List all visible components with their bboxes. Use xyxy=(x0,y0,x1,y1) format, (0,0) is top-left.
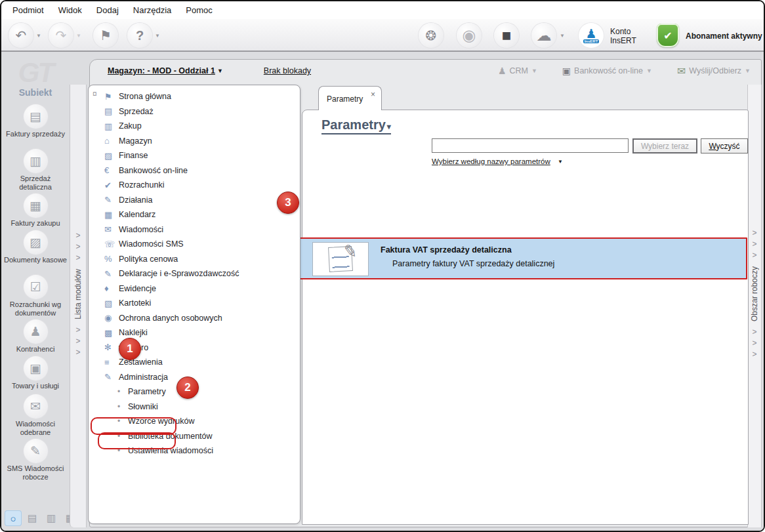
page-title[interactable]: Parametry▾ xyxy=(321,117,391,134)
help-dropdown-icon[interactable]: ▼ xyxy=(155,33,160,39)
settlements-icon: ✔ xyxy=(104,180,119,190)
app-sidebar: GT Subiekt ▤ Faktury sprzedaży ▥ Sprzeda… xyxy=(1,53,70,531)
person-icon: ♟ xyxy=(24,319,48,344)
konto-insert-label: Konto InsERT xyxy=(610,27,636,45)
konto-insert-button[interactable]: ♟ InsERT xyxy=(579,23,604,48)
modules-tree: ⚑Strona główna ▤Sprzedaż ▥Zakup ⌂Magazyn… xyxy=(89,89,300,459)
application-window: Podmiot Widok Dodaj Narzędzia Pomoc ↶ ▼ … xyxy=(0,0,765,532)
tree-item-strona-glowna[interactable]: ⚑Strona główna xyxy=(89,89,300,104)
modules-strip[interactable]: > > > Lista modułów > > > xyxy=(70,85,87,527)
magazyn-dropdown-icon[interactable]: ▼ xyxy=(217,68,223,74)
sms-icon: ☏ xyxy=(104,239,119,249)
flag-button[interactable]: ⚑ xyxy=(93,23,118,48)
tree-item-deklaracje[interactable]: ✎Deklaracje i e-Sprawozdawczość xyxy=(89,266,300,281)
view-basket-button[interactable]: ▥ xyxy=(43,511,59,525)
tree-item-finanse[interactable]: ▨Finanse xyxy=(89,148,300,163)
tree-item-wiadomosci-sms[interactable]: ☏Wiadomości SMS xyxy=(89,237,300,252)
workspace-strip[interactable]: > > > Obszar roboczy > > > xyxy=(747,85,762,527)
cloud-dropdown-icon[interactable]: ▼ xyxy=(560,33,565,39)
menu-dodaj[interactable]: Dodaj xyxy=(89,3,126,18)
sync-button[interactable]: ❂ xyxy=(419,23,444,48)
crm-person-icon: ♟ xyxy=(498,66,507,76)
workspace-strip-label: Obszar roboczy xyxy=(750,266,759,321)
home-icon: ⚑ xyxy=(104,92,119,102)
sidebar-item-dokumenty-kasowe[interactable]: ▨ Dokumenty kasowe xyxy=(1,230,70,264)
forward-dropdown-icon[interactable]: ▼ xyxy=(76,33,81,39)
chevron-icon: > xyxy=(75,241,80,253)
magazyn-selector-link[interactable]: Magazyn: - MOD - Oddział 1 xyxy=(108,66,215,75)
menu-podmiot[interactable]: Podmiot xyxy=(5,3,51,18)
chevron-icon: > xyxy=(752,239,756,250)
gt-logo: GT xyxy=(1,57,70,89)
lock-status-link[interactable]: Brak blokady xyxy=(264,66,311,75)
coins-icon: ▤ xyxy=(24,104,48,129)
help-button[interactable]: ? xyxy=(127,23,152,48)
send-receive-menu[interactable]: ✉ Wyślij/Odbierz ▼ xyxy=(677,65,751,77)
tree-item-ewidencje[interactable]: ♦Ewidencje xyxy=(89,281,300,297)
tree-subitem-slowniki[interactable]: •Słowniki xyxy=(89,399,300,415)
tree-item-bankowosc[interactable]: €Bankowość on-line xyxy=(89,163,300,178)
tab-parametry[interactable]: Parametry × xyxy=(318,86,382,110)
parameter-result-item[interactable]: ✎ Faktura VAT sprzedaży detaliczna Param… xyxy=(297,237,747,279)
mail-icon: ✉ xyxy=(104,224,119,234)
subscription-status-label: Abonament aktywny xyxy=(686,31,762,41)
wallet-icon: ▨ xyxy=(24,230,48,255)
sidebar-item-kontrahenci[interactable]: ♟ Kontrahenci xyxy=(1,319,70,354)
bullet-icon: • xyxy=(117,387,128,396)
chevron-icon: > xyxy=(752,228,756,239)
tree-item-naklejki[interactable]: ▩Naklejki xyxy=(89,325,300,340)
annotation-step-2: 2 xyxy=(176,377,199,399)
parameter-search-input[interactable] xyxy=(432,138,629,153)
cube-button[interactable]: ■ xyxy=(494,23,519,48)
vendero-gear-icon: ✻ xyxy=(104,342,119,352)
files-icon: ▧ xyxy=(104,298,119,308)
tree-item-sprzedaz[interactable]: ▤Sprzedaż xyxy=(89,104,300,119)
select-now-button[interactable]: Wybierz teraz xyxy=(632,138,697,153)
view-coins-button[interactable]: ▤ xyxy=(24,511,40,525)
sidebar-item-sprzedaz-detaliczna[interactable]: ▥ Sprzedaż detaliczna xyxy=(1,149,70,192)
sidebar-item-faktury-sprzedazy[interactable]: ▤ Faktury sprzedaży xyxy=(1,104,70,138)
sidebar-item-faktury-zakupu[interactable]: ▦ Faktury zakupu xyxy=(1,194,70,228)
cloud-services-button[interactable]: ☁ xyxy=(531,23,556,48)
title-dropdown-icon: ▾ xyxy=(387,122,391,131)
sidebar-item-rozrachunki[interactable]: ☑ Rozrachunki wg dokumentów xyxy=(1,275,70,317)
send-receive-icon: ✉ xyxy=(677,65,686,77)
chevron-icon: > xyxy=(75,230,80,241)
subscription-shield-button[interactable]: ✔ xyxy=(657,24,679,47)
filter-by-name-link[interactable]: Wybierz według nazwy parametrów xyxy=(432,157,550,165)
sidebar-item-towary-uslugi[interactable]: ▣ Towary i usługi xyxy=(1,356,70,390)
insert-person-icon: ♟ xyxy=(585,28,596,39)
sidebar-item-sms-robocze[interactable]: ✎ SMS Wiadomości robocze xyxy=(1,439,70,481)
tree-item-magazyn[interactable]: ⌂Magazyn xyxy=(89,134,300,149)
tree-item-polityka-cenowa[interactable]: %Polityka cenowa xyxy=(89,252,300,267)
tree-item-zakup[interactable]: ▥Zakup xyxy=(89,119,300,134)
shield-check-icon: ✔ xyxy=(663,30,672,42)
basket-icon: ▥ xyxy=(24,149,48,173)
finance-icon: ▨ xyxy=(104,151,119,161)
sidebar-item-wiadomosci-odebrane[interactable]: ✉ Wiadomości odebrane xyxy=(1,394,70,437)
menu-pomoc[interactable]: Pomoc xyxy=(178,3,219,18)
insert-logo-badge: InsERT xyxy=(583,39,600,43)
back-dropdown-icon[interactable]: ▼ xyxy=(36,33,41,39)
tab-close-icon[interactable]: × xyxy=(371,90,375,99)
tree-item-wiadomosci[interactable]: ✉Wiadomości xyxy=(89,222,300,237)
chevron-icon: > xyxy=(752,338,756,349)
tree-item-kalendarz[interactable]: ▦Kalendarz xyxy=(89,207,300,222)
tree-item-ochrona-danych[interactable]: ◉Ochrona danych osobowych xyxy=(89,311,300,326)
back-button[interactable]: ↶ xyxy=(9,23,33,48)
crm-menu[interactable]: ♟ CRM ▼ xyxy=(498,66,537,76)
online-sphere-button[interactable]: ◉ xyxy=(457,23,482,48)
coins-icon: ▤ xyxy=(28,512,37,524)
tree-item-kartoteki[interactable]: ▧Kartoteki xyxy=(89,296,300,311)
menu-narzedzia[interactable]: Narzędzia xyxy=(126,3,179,18)
menu-widok[interactable]: Widok xyxy=(51,3,89,18)
view-circle-button[interactable]: ○ xyxy=(5,511,21,525)
circle-icon: ○ xyxy=(10,513,16,524)
clear-button[interactable]: Wyczyść xyxy=(701,138,748,153)
tree-item-zestawienia[interactable]: ≡Zestawienia xyxy=(89,355,300,370)
tree-item-dzialania[interactable]: ✎Działania xyxy=(89,193,300,208)
banking-menu[interactable]: ▣ Bankowość on-line ▼ xyxy=(562,66,652,76)
tree-item-rozrachunki[interactable]: ✔Rozrachunki xyxy=(89,178,300,193)
main-toolbar: ↶ ▼ ↷ ▼ ⚑ ? ▼ ❂ ◉ ■ ☁ ▼ ♟ InsERT Konto I… xyxy=(1,19,764,52)
forward-button[interactable]: ↷ xyxy=(49,23,73,48)
